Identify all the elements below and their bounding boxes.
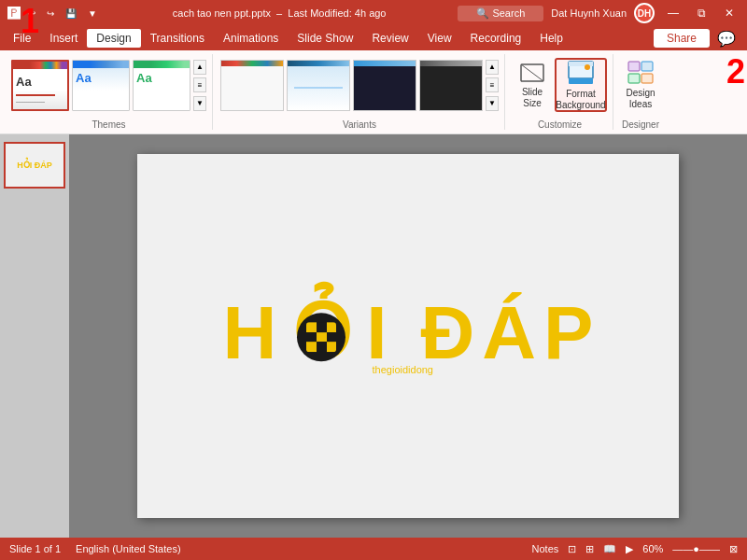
view-reading[interactable]: 📖 (603, 543, 616, 555)
svg-rect-7 (641, 62, 653, 71)
status-bar-right: Notes ⊡ ⊞ 📖 ▶ 60% ——●—— ⊠ (532, 543, 738, 555)
view-slide-sorter[interactable]: ⊞ (585, 543, 594, 555)
variant-scroll[interactable]: ▲ ≡ ▼ (486, 60, 499, 111)
menu-insert[interactable]: Insert (40, 29, 87, 48)
format-background-label: FormatBackground (556, 89, 605, 111)
format-background-btn[interactable]: FormatBackground (555, 58, 607, 112)
customize-btn[interactable]: ▼ (84, 7, 101, 21)
subtitle-label: thegioididong (373, 364, 433, 375)
variant-2[interactable] (287, 60, 350, 111)
redo-btn[interactable]: ↪ (43, 7, 58, 21)
title-bar: 🅿 ↩ ↪ 💾 ▼ cach tao nen ppt.pptx – Last M… (0, 0, 747, 26)
customize-label: Customize (538, 119, 582, 130)
language-info: English (United States) (76, 543, 181, 554)
zoom-slider[interactable]: ——●—— (672, 543, 720, 554)
themes-section: Aa Aa Aa ▲ ≡ (6, 54, 213, 130)
zoom-level: 60% (642, 543, 663, 554)
view-normal[interactable]: ⊡ (568, 543, 576, 555)
svg-rect-9 (641, 74, 653, 83)
ribbon: Aa Aa Aa ▲ ≡ (0, 50, 747, 134)
slide-thumb-1[interactable]: HỎI ĐÁP (4, 142, 65, 189)
share-button[interactable]: Share (654, 29, 710, 48)
themes-label: Themes (92, 119, 125, 130)
svg-point-5 (585, 64, 590, 70)
scroll-up[interactable]: ▲ (193, 60, 206, 75)
filename: cach tao nen ppt.pptx (173, 7, 271, 19)
search-box[interactable]: 🔍 Search (458, 6, 543, 21)
designer-section: DesignIdeas Designer (615, 54, 666, 130)
designer-label: Designer (622, 119, 659, 130)
canvas-area[interactable]: H Ỏ I (69, 134, 747, 538)
fit-slide[interactable]: ⊠ (729, 543, 738, 555)
theme-3[interactable]: Aa (133, 60, 190, 111)
hoi-dap-logo: H Ỏ I (223, 296, 594, 371)
design-ideas-icon (626, 61, 655, 85)
svg-rect-6 (628, 62, 640, 71)
theme-scroll[interactable]: ▲ ≡ ▼ (193, 60, 206, 111)
undo-btn[interactable]: ↩ (24, 7, 39, 21)
minimize-btn[interactable]: — (662, 7, 684, 20)
slide-size-label: SlideSize (522, 87, 543, 109)
slide-thumb-content: HỎI ĐÁP (6, 144, 63, 187)
theme-default[interactable]: Aa (11, 60, 69, 111)
slide-main-content: H Ỏ I (223, 296, 594, 376)
scroll-mid[interactable]: ≡ (193, 77, 206, 92)
menu-file[interactable]: File (4, 29, 40, 48)
variants-row: ▲ ≡ ▼ (220, 54, 499, 119)
status-bar: Slide 1 of 1 English (United States) Not… (0, 538, 747, 560)
variants-label: Variants (343, 119, 376, 130)
svg-rect-8 (628, 74, 640, 83)
title-bar-center: cach tao nen ppt.pptx – Last Modified: 4… (101, 7, 458, 19)
save-btn[interactable]: 💾 (62, 7, 80, 21)
user-name: Dat Huynh Xuan (551, 7, 627, 19)
close-btn[interactable]: ✕ (719, 7, 740, 20)
design-ideas-btn[interactable]: DesignIdeas (621, 58, 660, 112)
menu-review[interactable]: Review (362, 29, 417, 48)
comment-button[interactable]: 💬 (710, 27, 743, 50)
view-slideshow[interactable]: ▶ (626, 543, 633, 555)
thumb-logo: HỎI ĐÁP (17, 161, 52, 170)
title-bar-right: 🔍 Search Dat Huynh Xuan DH — ⧉ ✕ (458, 3, 740, 23)
format-background-icon (566, 60, 596, 86)
menu-design[interactable]: Design (87, 29, 140, 48)
ribbon-wrapper: Aa Aa Aa ▲ ≡ (0, 50, 747, 134)
menu-slideshow[interactable]: Slide Show (288, 29, 362, 48)
scroll-down[interactable]: ▼ (193, 96, 206, 111)
title-bar-left: 🅿 ↩ ↪ 💾 ▼ (7, 6, 101, 21)
menu-bar: File Insert Design Transitions Animation… (0, 26, 747, 50)
customize-section: SlideSize FormatBackground Custom (507, 54, 613, 130)
slide-size-btn[interactable]: SlideSize (513, 58, 552, 112)
restore-btn[interactable]: ⧉ (692, 7, 712, 20)
variant-4[interactable] (419, 60, 483, 111)
powerpoint-icon: 🅿 (7, 6, 21, 21)
variants-section: ▲ ≡ ▼ Variants (215, 54, 505, 130)
menu-view[interactable]: View (418, 29, 461, 48)
svg-line-1 (521, 64, 543, 81)
variant-scroll-up[interactable]: ▲ (486, 60, 499, 75)
customize-row: SlideSize FormatBackground (513, 54, 607, 119)
notes-btn[interactable]: Notes (532, 543, 559, 554)
user-avatar[interactable]: DH (634, 3, 655, 23)
slide-canvas[interactable]: H Ỏ I (137, 154, 679, 518)
last-modified: Last Modified: 4h ago (288, 7, 386, 19)
svg-rect-4 (569, 78, 593, 84)
menu-recording[interactable]: Recording (461, 29, 531, 48)
themes-row: Aa Aa Aa ▲ ≡ (11, 54, 206, 119)
designer-row: DesignIdeas (621, 54, 660, 119)
menu-transitions[interactable]: Transitions (141, 29, 214, 48)
menu-help[interactable]: Help (530, 29, 572, 48)
slide-size-icon (517, 62, 547, 84)
menu-animations[interactable]: Animations (214, 29, 288, 48)
slide-panel: HỎI ĐÁP (0, 134, 69, 538)
slide-count: Slide 1 of 1 (9, 543, 61, 554)
theme-2[interactable]: Aa (72, 60, 130, 111)
variant-scroll-mid[interactable]: ≡ (486, 77, 499, 92)
main-area: HỎI ĐÁP H Ỏ (0, 134, 747, 538)
variant-scroll-down[interactable]: ▼ (486, 96, 499, 111)
variant-1[interactable] (220, 60, 284, 111)
variant-3[interactable] (353, 60, 416, 111)
design-ideas-label: DesignIdeas (626, 88, 655, 110)
